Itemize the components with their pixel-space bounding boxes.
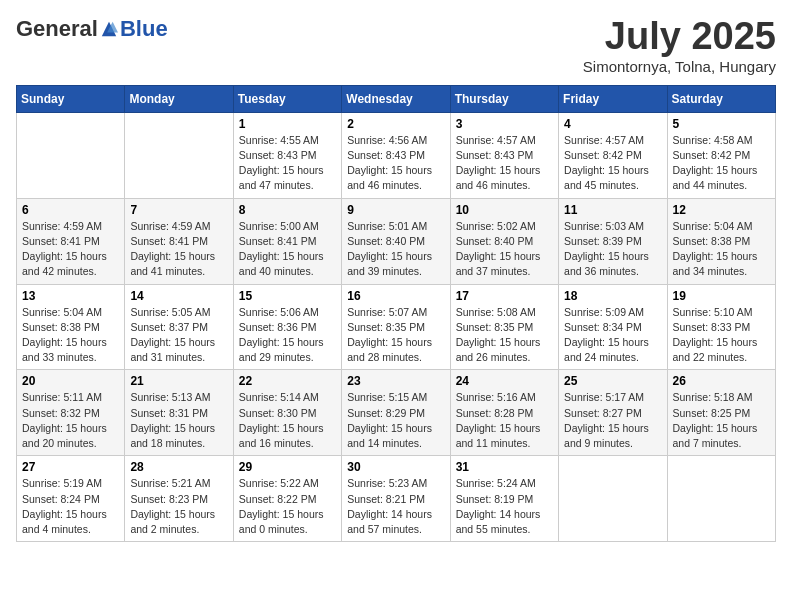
calendar-cell: 5Sunrise: 4:58 AM Sunset: 8:42 PM Daylig… [667, 112, 775, 198]
calendar-cell: 30Sunrise: 5:23 AM Sunset: 8:21 PM Dayli… [342, 456, 450, 542]
day-number: 25 [564, 374, 661, 388]
logo: General Blue [16, 16, 168, 42]
day-info: Sunrise: 4:57 AM Sunset: 8:43 PM Dayligh… [456, 133, 553, 194]
calendar-cell [17, 112, 125, 198]
day-info: Sunrise: 5:01 AM Sunset: 8:40 PM Dayligh… [347, 219, 444, 280]
calendar-cell: 12Sunrise: 5:04 AM Sunset: 8:38 PM Dayli… [667, 198, 775, 284]
logo-general-text: General [16, 16, 98, 42]
day-number: 2 [347, 117, 444, 131]
column-header-wednesday: Wednesday [342, 85, 450, 112]
day-info: Sunrise: 5:13 AM Sunset: 8:31 PM Dayligh… [130, 390, 227, 451]
calendar-cell: 28Sunrise: 5:21 AM Sunset: 8:23 PM Dayli… [125, 456, 233, 542]
day-number: 26 [673, 374, 770, 388]
day-number: 23 [347, 374, 444, 388]
calendar-cell: 26Sunrise: 5:18 AM Sunset: 8:25 PM Dayli… [667, 370, 775, 456]
calendar-cell: 13Sunrise: 5:04 AM Sunset: 8:38 PM Dayli… [17, 284, 125, 370]
day-number: 9 [347, 203, 444, 217]
calendar-cell: 31Sunrise: 5:24 AM Sunset: 8:19 PM Dayli… [450, 456, 558, 542]
day-number: 16 [347, 289, 444, 303]
calendar-cell: 16Sunrise: 5:07 AM Sunset: 8:35 PM Dayli… [342, 284, 450, 370]
day-info: Sunrise: 5:04 AM Sunset: 8:38 PM Dayligh… [673, 219, 770, 280]
day-info: Sunrise: 5:24 AM Sunset: 8:19 PM Dayligh… [456, 476, 553, 537]
day-info: Sunrise: 5:00 AM Sunset: 8:41 PM Dayligh… [239, 219, 336, 280]
calendar-cell: 9Sunrise: 5:01 AM Sunset: 8:40 PM Daylig… [342, 198, 450, 284]
calendar-cell: 15Sunrise: 5:06 AM Sunset: 8:36 PM Dayli… [233, 284, 341, 370]
day-number: 11 [564, 203, 661, 217]
day-info: Sunrise: 5:16 AM Sunset: 8:28 PM Dayligh… [456, 390, 553, 451]
day-info: Sunrise: 5:14 AM Sunset: 8:30 PM Dayligh… [239, 390, 336, 451]
day-info: Sunrise: 5:03 AM Sunset: 8:39 PM Dayligh… [564, 219, 661, 280]
calendar-cell [667, 456, 775, 542]
calendar-cell: 23Sunrise: 5:15 AM Sunset: 8:29 PM Dayli… [342, 370, 450, 456]
calendar-cell: 19Sunrise: 5:10 AM Sunset: 8:33 PM Dayli… [667, 284, 775, 370]
calendar-cell: 4Sunrise: 4:57 AM Sunset: 8:42 PM Daylig… [559, 112, 667, 198]
day-number: 20 [22, 374, 119, 388]
column-header-thursday: Thursday [450, 85, 558, 112]
calendar-week-row: 6Sunrise: 4:59 AM Sunset: 8:41 PM Daylig… [17, 198, 776, 284]
column-header-sunday: Sunday [17, 85, 125, 112]
calendar-header-row: SundayMondayTuesdayWednesdayThursdayFrid… [17, 85, 776, 112]
calendar-cell [125, 112, 233, 198]
day-number: 28 [130, 460, 227, 474]
calendar-week-row: 27Sunrise: 5:19 AM Sunset: 8:24 PM Dayli… [17, 456, 776, 542]
calendar-cell: 8Sunrise: 5:00 AM Sunset: 8:41 PM Daylig… [233, 198, 341, 284]
title-block: July 2025 Simontornya, Tolna, Hungary [583, 16, 776, 75]
calendar-cell: 20Sunrise: 5:11 AM Sunset: 8:32 PM Dayli… [17, 370, 125, 456]
day-info: Sunrise: 5:11 AM Sunset: 8:32 PM Dayligh… [22, 390, 119, 451]
calendar-cell: 7Sunrise: 4:59 AM Sunset: 8:41 PM Daylig… [125, 198, 233, 284]
day-number: 18 [564, 289, 661, 303]
calendar-week-row: 1Sunrise: 4:55 AM Sunset: 8:43 PM Daylig… [17, 112, 776, 198]
day-info: Sunrise: 5:04 AM Sunset: 8:38 PM Dayligh… [22, 305, 119, 366]
day-number: 31 [456, 460, 553, 474]
day-info: Sunrise: 4:57 AM Sunset: 8:42 PM Dayligh… [564, 133, 661, 194]
day-info: Sunrise: 5:10 AM Sunset: 8:33 PM Dayligh… [673, 305, 770, 366]
day-info: Sunrise: 4:56 AM Sunset: 8:43 PM Dayligh… [347, 133, 444, 194]
calendar-week-row: 13Sunrise: 5:04 AM Sunset: 8:38 PM Dayli… [17, 284, 776, 370]
calendar-cell: 14Sunrise: 5:05 AM Sunset: 8:37 PM Dayli… [125, 284, 233, 370]
calendar-cell: 1Sunrise: 4:55 AM Sunset: 8:43 PM Daylig… [233, 112, 341, 198]
calendar-cell: 29Sunrise: 5:22 AM Sunset: 8:22 PM Dayli… [233, 456, 341, 542]
day-info: Sunrise: 5:02 AM Sunset: 8:40 PM Dayligh… [456, 219, 553, 280]
column-header-tuesday: Tuesday [233, 85, 341, 112]
day-number: 5 [673, 117, 770, 131]
calendar-cell: 2Sunrise: 4:56 AM Sunset: 8:43 PM Daylig… [342, 112, 450, 198]
day-info: Sunrise: 4:59 AM Sunset: 8:41 PM Dayligh… [22, 219, 119, 280]
calendar-cell [559, 456, 667, 542]
calendar-cell: 21Sunrise: 5:13 AM Sunset: 8:31 PM Dayli… [125, 370, 233, 456]
calendar-cell: 25Sunrise: 5:17 AM Sunset: 8:27 PM Dayli… [559, 370, 667, 456]
day-number: 29 [239, 460, 336, 474]
day-info: Sunrise: 5:09 AM Sunset: 8:34 PM Dayligh… [564, 305, 661, 366]
day-number: 24 [456, 374, 553, 388]
day-number: 21 [130, 374, 227, 388]
day-number: 22 [239, 374, 336, 388]
calendar-table: SundayMondayTuesdayWednesdayThursdayFrid… [16, 85, 776, 542]
day-info: Sunrise: 5:06 AM Sunset: 8:36 PM Dayligh… [239, 305, 336, 366]
calendar-cell: 17Sunrise: 5:08 AM Sunset: 8:35 PM Dayli… [450, 284, 558, 370]
day-info: Sunrise: 5:22 AM Sunset: 8:22 PM Dayligh… [239, 476, 336, 537]
day-number: 7 [130, 203, 227, 217]
calendar-cell: 3Sunrise: 4:57 AM Sunset: 8:43 PM Daylig… [450, 112, 558, 198]
location-text: Simontornya, Tolna, Hungary [583, 58, 776, 75]
day-number: 14 [130, 289, 227, 303]
calendar-cell: 11Sunrise: 5:03 AM Sunset: 8:39 PM Dayli… [559, 198, 667, 284]
day-number: 3 [456, 117, 553, 131]
calendar-cell: 18Sunrise: 5:09 AM Sunset: 8:34 PM Dayli… [559, 284, 667, 370]
calendar-cell: 22Sunrise: 5:14 AM Sunset: 8:30 PM Dayli… [233, 370, 341, 456]
day-info: Sunrise: 5:19 AM Sunset: 8:24 PM Dayligh… [22, 476, 119, 537]
day-info: Sunrise: 5:17 AM Sunset: 8:27 PM Dayligh… [564, 390, 661, 451]
day-number: 6 [22, 203, 119, 217]
page-header: General Blue July 2025 Simontornya, Toln… [16, 16, 776, 75]
calendar-cell: 27Sunrise: 5:19 AM Sunset: 8:24 PM Dayli… [17, 456, 125, 542]
calendar-cell: 6Sunrise: 4:59 AM Sunset: 8:41 PM Daylig… [17, 198, 125, 284]
day-number: 17 [456, 289, 553, 303]
day-info: Sunrise: 5:21 AM Sunset: 8:23 PM Dayligh… [130, 476, 227, 537]
day-info: Sunrise: 4:55 AM Sunset: 8:43 PM Dayligh… [239, 133, 336, 194]
day-info: Sunrise: 5:15 AM Sunset: 8:29 PM Dayligh… [347, 390, 444, 451]
calendar-cell: 24Sunrise: 5:16 AM Sunset: 8:28 PM Dayli… [450, 370, 558, 456]
day-info: Sunrise: 4:59 AM Sunset: 8:41 PM Dayligh… [130, 219, 227, 280]
logo-blue-text: Blue [120, 16, 168, 42]
column-header-saturday: Saturday [667, 85, 775, 112]
day-number: 30 [347, 460, 444, 474]
day-number: 4 [564, 117, 661, 131]
day-number: 15 [239, 289, 336, 303]
